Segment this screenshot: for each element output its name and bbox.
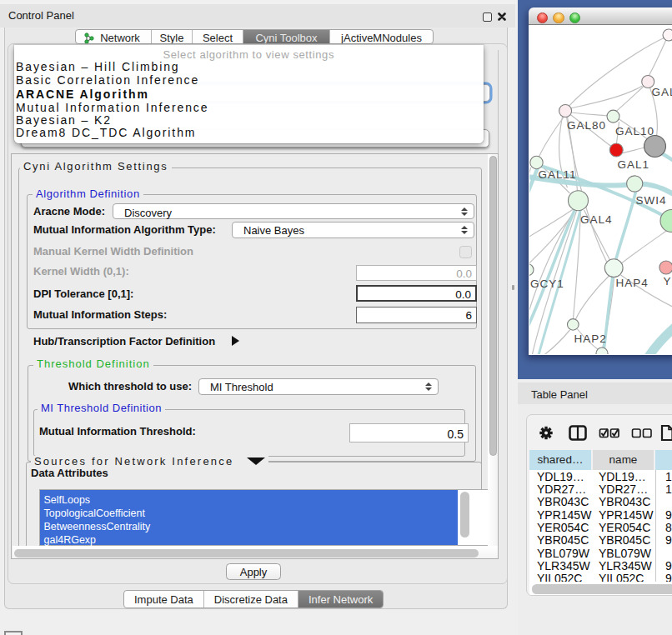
svg-text:GAL11: GAL11 [538,168,576,181]
svg-text:SWI4: SWI4 [635,194,666,207]
svg-text:HAP2: HAP2 [574,332,606,345]
svg-text:GAL80: GAL80 [567,119,606,132]
svg-text:GAL4: GAL4 [580,213,613,226]
svg-text:HAP4: HAP4 [615,277,648,289]
svg-text:Y: Y [663,275,671,288]
svg-text:GCY1: GCY1 [530,278,564,290]
svg-text:GAL10: GAL10 [615,125,654,138]
svg-text:GAL7: GAL7 [651,86,672,98]
svg-text:GAL1: GAL1 [617,158,649,171]
